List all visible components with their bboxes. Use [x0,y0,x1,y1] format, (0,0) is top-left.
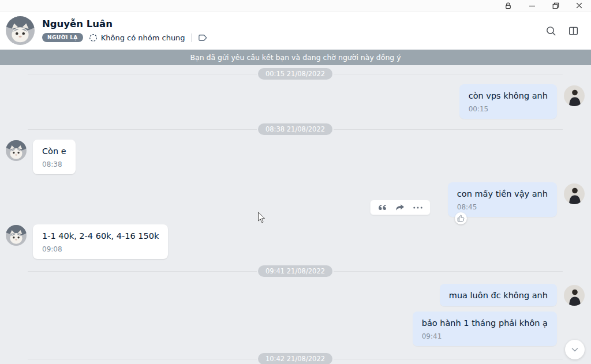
contact-meta-row: NGƯỜI LẠ Không có nhóm chung [42,32,543,43]
message-bubble[interactable]: mua luôn đc không anh [440,284,557,306]
message-time: 00:15 [469,105,548,114]
date-pill: 10:42 21/08/2022 [258,353,332,364]
message-bubble[interactable]: con mấy tiền vậy anh08:45 [448,182,557,217]
message-bubble[interactable]: bảo hành 1 tháng phải khôn ạ09:41 [413,312,557,346]
search-button[interactable] [543,23,558,38]
message-outgoing: mua luôn đc không anh [6,284,585,306]
common-groups-label: Không có nhóm chung [101,33,185,42]
message-text: 1-1 40k, 2-4 60k, 4-16 150k [42,231,159,242]
date-pill: 08:38 21/08/2022 [258,123,332,135]
date-divider: 10:42 21/08/2022 [28,353,563,364]
message-time: 08:45 [457,203,548,212]
stranger-badge: NGƯỜI LẠ [42,33,83,42]
like-button[interactable] [455,212,467,224]
contact-info: Nguyễn Luân NGƯỜI LẠ Không có nhóm chung [42,18,543,43]
message-bubble[interactable]: còn vps không anh00:15 [459,84,557,119]
restore-button[interactable] [544,0,567,12]
message-incoming: Còn e08:38 [6,140,585,174]
more-icon [413,207,422,209]
common-groups[interactable]: Không có nhóm chung [89,33,185,42]
date-divider: 00:15 21/08/2022 [28,68,563,80]
divider-line [28,129,257,130]
tag-button[interactable] [197,32,208,43]
message-text: Còn e [42,146,66,157]
message-text: còn vps không anh [469,91,548,102]
header-actions [543,23,581,38]
message-bubble[interactable]: 1-1 40k, 2-4 60k, 4-16 150k09:08 [33,224,168,259]
date-divider: 09:41 21/08/2022 [28,265,563,277]
divider-line [334,129,563,130]
privacy-lock-button[interactable] [496,0,520,12]
chat-window: Nguyễn Luân NGƯỜI LẠ Không có nhóm chung [0,0,591,364]
friend-request-text: Bạn đã gửi yêu cầu kết bạn và đang chờ n… [190,53,401,62]
toggle-sidebar-button[interactable] [566,23,581,38]
minimize-button[interactable] [520,0,544,12]
conversation-header: Nguyễn Luân NGƯỜI LẠ Không có nhóm chung [0,12,591,50]
friend-request-banner: Bạn đã gửi yêu cầu kết bạn và đang chờ n… [0,50,591,65]
message-incoming: 1-1 40k, 2-4 60k, 4-16 150k09:08 [6,224,585,259]
divider-line [28,359,257,359]
outgoing-avatar[interactable] [564,85,585,106]
tag-icon [197,32,208,43]
close-button[interactable] [567,0,591,12]
message-list[interactable]: 00:15 21/08/2022còn vps không anh00:1508… [0,65,591,364]
contact-avatar[interactable] [6,16,35,45]
thumbs-up-icon [457,215,465,222]
message-hover-toolbar [370,200,431,215]
quote-reply-button[interactable] [378,204,387,211]
message-outgoing: còn vps không anh00:15 [6,84,585,119]
message-bubble[interactable]: Còn e08:38 [33,140,76,174]
divider-line [28,74,257,74]
message-text: con mấy tiền vậy anh [457,189,548,200]
lock-icon [504,2,512,10]
message-time: 09:08 [42,245,159,254]
forward-icon [395,204,405,211]
titlebar [0,0,591,12]
close-icon [576,2,582,9]
divider-line [334,359,563,359]
outgoing-avatar[interactable] [564,183,585,204]
date-divider: 08:38 21/08/2022 [28,123,563,135]
message-outgoing: bảo hành 1 tháng phải khôn ạ09:41 [6,312,585,346]
divider-line [334,271,563,272]
date-pill: 00:15 21/08/2022 [258,68,332,80]
outgoing-avatar[interactable] [564,285,585,306]
date-pill: 09:41 21/08/2022 [258,265,332,277]
message-time: 09:41 [422,332,548,341]
group-dashed-circle-icon [89,33,98,42]
restore-icon [552,2,559,9]
message-outgoing: con mấy tiền vậy anh08:45 [6,182,585,217]
divider-line [334,74,563,74]
forward-button[interactable] [395,204,405,211]
message-time: 08:38 [42,160,66,169]
header-separator [191,33,192,42]
search-icon [545,25,556,36]
message-text: bảo hành 1 tháng phải khôn ạ [422,318,548,329]
chevron-down-icon [570,345,579,354]
incoming-avatar[interactable] [6,140,27,161]
contact-name: Nguyễn Luân [42,18,543,29]
message-text: mua luôn đc không anh [449,290,548,301]
split-view-icon [568,25,579,36]
minimize-icon [529,2,536,9]
more-options-button[interactable] [413,207,422,209]
incoming-avatar[interactable] [6,225,27,246]
scroll-to-bottom-button[interactable] [565,340,585,359]
divider-line [28,271,257,272]
quote-icon [378,204,387,211]
